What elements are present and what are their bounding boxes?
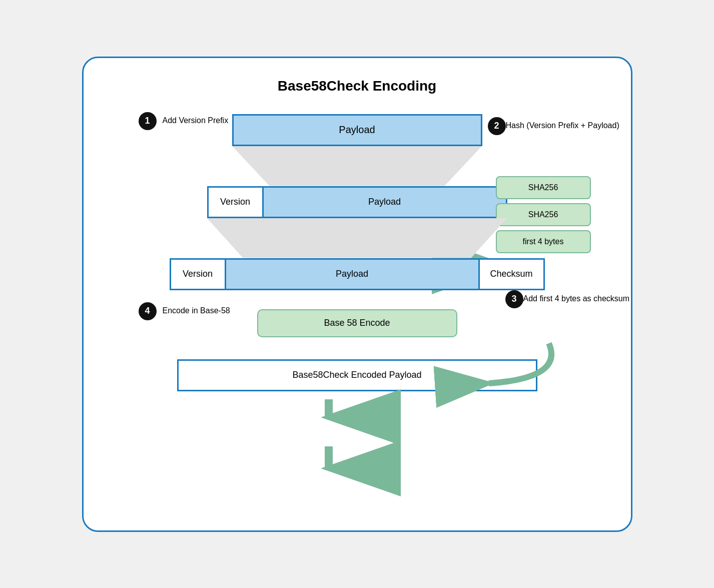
step-badge-3: 3: [505, 290, 523, 308]
step-badge-4: 4: [139, 302, 157, 320]
box-sha256-1: SHA256: [496, 176, 591, 199]
section-version-payload: Version Payload SHA256 SHA256 first 4 by…: [114, 186, 601, 218]
step-label-1: Add Version Prefix: [163, 116, 229, 125]
box-initial-payload: Payload: [232, 114, 482, 146]
diagram-container: Base58Check Encoding: [82, 57, 632, 532]
label-version-2: Version: [183, 269, 213, 279]
label-base58-encode: Base 58 Encode: [324, 318, 390, 328]
box-payload-2: Payload: [226, 260, 478, 289]
section-final-payload: Base58Check Encoded Payload: [114, 359, 601, 391]
box-version-2: Version: [171, 260, 226, 289]
step-badge-2: 2: [488, 117, 506, 135]
row-with-checksum: Version Payload Checksum: [170, 258, 545, 290]
section-version-payload-checksum: 3 Add first 4 bytes as checksum Version …: [114, 258, 601, 290]
box-base58-encode: Base 58 Encode: [257, 309, 457, 337]
step-label-4: Encode in Base-58: [163, 306, 230, 315]
label-payload-2: Payload: [336, 269, 368, 279]
step-badge-1: 1: [139, 112, 157, 130]
box-final-payload: Base58Check Encoded Payload: [177, 359, 537, 391]
box-payload-1: Payload: [264, 188, 506, 217]
diagram-title: Base58Check Encoding: [114, 78, 601, 94]
box-checksum: Checksum: [478, 260, 543, 289]
label-checksum: Checksum: [490, 269, 532, 279]
funnel-shape-2: [207, 218, 507, 258]
funnel-shape-1: [232, 146, 482, 186]
step-label-2: Hash (Version Prefix + Payload): [506, 121, 596, 130]
arrow-gap-2: [114, 337, 601, 359]
box-version-1: Version: [209, 188, 264, 217]
label-initial-payload: Payload: [339, 124, 375, 136]
funnel-2: [114, 218, 601, 258]
label-version-1: Version: [220, 197, 250, 207]
label-payload-1: Payload: [368, 197, 401, 207]
label-final-payload: Base58Check Encoded Payload: [292, 370, 421, 380]
row-version-payload: Version Payload: [207, 186, 507, 218]
